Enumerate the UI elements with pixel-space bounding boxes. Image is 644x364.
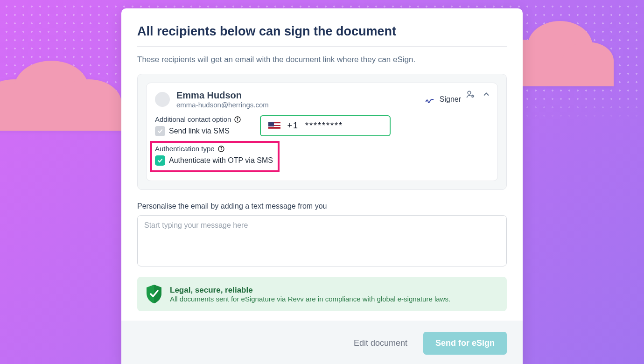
page-title: All recipients below can sign the docume… [137,24,507,39]
personalise-label: Personalise the email by adding a text m… [137,202,507,210]
check-icon [157,128,163,134]
us-flag-icon [268,122,280,130]
country-code: +1 [287,121,299,131]
phone-input[interactable]: +1 ********* [260,115,391,136]
role-label: Signer [440,95,461,104]
shield-check-icon [146,284,162,304]
svg-point-15 [221,147,221,147]
divider [137,46,507,47]
svg-point-12 [238,118,238,118]
info-icon[interactable] [217,145,225,153]
collapse-icon[interactable] [482,90,491,101]
signature-icon [425,94,435,105]
cloud-decoration-left [0,37,121,131]
send-sms-label: Send link via SMS [169,127,230,135]
auth-otp-label: Authenticate with OTP via SMS [169,156,273,165]
recipient-email: emma-hudson@herrings.com [176,101,269,109]
recipients-container: Emma Hudson emma-hudson@herrings.com Sig… [137,74,507,190]
send-for-esign-button[interactable]: Send for eSign [423,332,507,355]
check-icon [157,157,163,164]
auth-highlight-box: Authentication type Authenticate with OT… [150,141,280,172]
recipient-card: Emma Hudson emma-hudson@herrings.com Sig… [146,83,498,181]
message-textarea[interactable] [137,215,507,266]
svg-point-9 [472,96,473,97]
send-sms-checkbox[interactable] [155,126,165,136]
edit-document-button[interactable]: Edit document [354,338,407,348]
svg-rect-3 [0,103,121,131]
additional-contact-label: Additional contact option [155,115,241,123]
auth-otp-checkbox[interactable] [155,155,165,166]
phone-masked: ********* [305,121,343,131]
svg-point-8 [468,91,471,94]
legal-text: All documents sent for eSignature via Re… [170,295,450,303]
avatar [155,92,170,107]
legal-title: Legal, secure, reliable [170,286,450,295]
auth-otp-checkbox-row[interactable]: Authenticate with OTP via SMS [155,155,273,166]
modal-footer: Edit document Send for eSign [121,321,523,364]
info-icon[interactable] [234,116,241,123]
auth-type-label: Authentication type [155,145,273,153]
legal-banner: Legal, secure, reliable All documents se… [137,277,507,311]
recipient-name: Emma Hudson [176,90,269,101]
send-sms-checkbox-row[interactable]: Send link via SMS [155,126,241,136]
recipient-settings-icon[interactable] [466,90,475,101]
send-for-esign-modal: All recipients below can sign the docume… [121,8,523,364]
page-subtitle: These recipients will get an email with … [137,55,507,64]
